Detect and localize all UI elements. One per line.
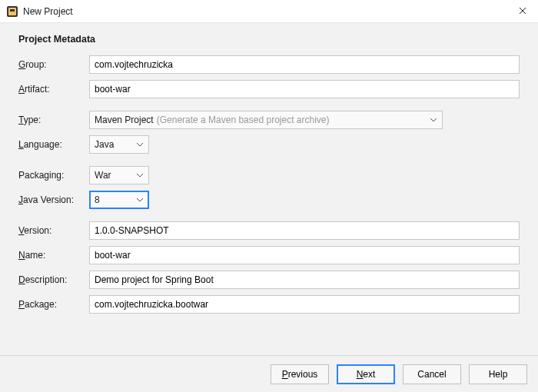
- packaging-select[interactable]: War: [89, 166, 149, 184]
- close-icon: [519, 6, 526, 17]
- java-version-select-value: 8: [95, 194, 100, 205]
- group-label: Group:: [18, 58, 81, 71]
- description-label: Description:: [18, 273, 81, 287]
- name-label: Name:: [18, 248, 81, 262]
- chevron-down-icon: [428, 115, 439, 125]
- svg-rect-2: [10, 9, 15, 12]
- description-input[interactable]: [89, 271, 520, 289]
- content: Project Metadata Group: Artifact: Type: …: [0, 23, 538, 314]
- artifact-label: Artifact:: [18, 82, 81, 96]
- language-label: Language:: [18, 138, 81, 151]
- type-select[interactable]: Maven Project (Generate a Maven based pr…: [89, 111, 443, 129]
- chevron-down-icon: [134, 139, 145, 150]
- packaging-select-value: War: [95, 170, 111, 181]
- language-select-value: Java: [95, 139, 114, 150]
- java-version-select[interactable]: 8: [89, 191, 149, 209]
- window-title: New Project: [23, 6, 73, 17]
- chevron-down-icon: [134, 194, 145, 205]
- footer: Previous Next Cancel Help: [0, 355, 538, 392]
- titlebar: New Project: [0, 0, 538, 23]
- type-select-hint: (Generate a Maven based project archive): [157, 115, 330, 125]
- package-input[interactable]: [89, 295, 520, 314]
- packaging-label: Packaging:: [18, 168, 81, 182]
- type-label: Type:: [18, 113, 81, 127]
- group-input[interactable]: [89, 55, 520, 74]
- section-title: Project Metadata: [18, 34, 520, 45]
- next-button[interactable]: Next: [337, 364, 395, 384]
- app-icon: [6, 5, 18, 18]
- name-input[interactable]: [89, 246, 520, 264]
- close-button[interactable]: [507, 0, 538, 23]
- help-button[interactable]: Help: [469, 364, 527, 384]
- language-select[interactable]: Java: [89, 135, 149, 154]
- previous-button[interactable]: Previous: [271, 364, 329, 384]
- version-label: Version:: [18, 224, 81, 238]
- type-select-value: Maven Project: [95, 115, 154, 125]
- java-version-label: Java Version:: [18, 193, 81, 207]
- chevron-down-icon: [134, 170, 145, 181]
- package-label: Package:: [18, 297, 81, 311]
- cancel-button[interactable]: Cancel: [403, 364, 461, 384]
- artifact-input[interactable]: [89, 80, 520, 98]
- version-input[interactable]: [89, 221, 520, 240]
